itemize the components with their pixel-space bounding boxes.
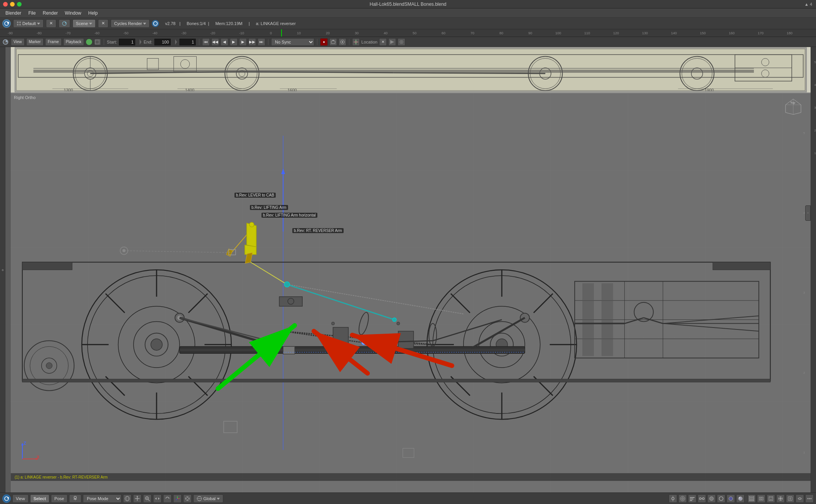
view-properties-btn[interactable] — [786, 494, 794, 503]
svg-point-46 — [87, 40, 91, 44]
svg-rect-266 — [759, 497, 763, 500]
menu-help[interactable]: Help — [85, 10, 101, 17]
tc-sep4 — [317, 39, 317, 45]
timeline-view-icon[interactable] — [2, 39, 9, 45]
svg-line-81 — [394, 73, 545, 74]
nav-pan-btn[interactable] — [133, 494, 142, 503]
bottom-blender-logo[interactable] — [2, 494, 11, 503]
bottom-pose-btn[interactable]: Pose — [51, 494, 67, 503]
start-frame-input[interactable] — [118, 38, 136, 46]
svg-point-9 — [65, 22, 66, 24]
svg-point-260 — [729, 497, 733, 501]
svg-line-237 — [176, 499, 177, 500]
svg-point-53 — [342, 41, 343, 43]
timeline-toggle[interactable] — [747, 494, 756, 503]
timeline-ruler: -90 -80 -70 -60 -50 -40 -30 -20 -10 0 10… — [0, 29, 816, 37]
svg-rect-263 — [749, 496, 754, 497]
next-keyframe-btn[interactable]: ▶▶ — [248, 38, 256, 46]
snap-toggle[interactable] — [669, 494, 677, 503]
record-btn[interactable]: ● — [320, 38, 328, 46]
svg-rect-3 — [17, 22, 19, 23]
bottom-select-btn[interactable]: Select — [30, 494, 49, 503]
object-visibility-btn[interactable] — [796, 494, 804, 503]
viewport-shading-mat[interactable] — [727, 494, 735, 503]
svg-point-218 — [7, 497, 9, 499]
nav-zoom-btn[interactable] — [143, 494, 152, 503]
proportional-edit[interactable] — [678, 494, 687, 503]
cursor-snap-btn[interactable] — [183, 494, 192, 503]
svg-text:130: 130 — [642, 31, 648, 35]
timeline-record-btn[interactable] — [86, 39, 93, 45]
bottom-view-btn[interactable]: View — [12, 494, 29, 503]
svg-marker-7 — [37, 23, 40, 25]
auto-normalize[interactable] — [688, 494, 696, 503]
manipulator-btn[interactable] — [173, 494, 182, 503]
viewport-3d[interactable]: b.Rev: LEVER to CAB b.Rev: LIFTING Arm b… — [11, 93, 811, 492]
timeline-onion-btn[interactable] — [94, 39, 101, 45]
blender-version-icon — [152, 20, 159, 27]
sync-btn[interactable] — [339, 38, 346, 46]
layout-close-btn[interactable]: ✕ — [46, 19, 56, 28]
bottom-toolbar: View Select Pose Pose Mode Object Mode E… — [0, 492, 816, 504]
svg-line-205 — [352, 335, 452, 366]
viewport-shading-solid[interactable] — [707, 494, 716, 503]
more-options-btn[interactable] — [805, 494, 814, 503]
navigation-cube[interactable]: Top — [784, 97, 799, 113]
svg-rect-50 — [331, 41, 335, 44]
channel-expand-btn[interactable] — [388, 38, 396, 46]
jump-start-btn[interactable]: ⏮ — [202, 38, 210, 46]
close-button[interactable] — [3, 2, 8, 7]
viewport-shading-render[interactable] — [736, 494, 745, 503]
minimize-button[interactable] — [10, 2, 15, 7]
z-axis-indicator: Z X — [20, 442, 40, 462]
options-btn[interactable] — [776, 494, 785, 503]
prev-keyframe-btn[interactable]: ◀◀ — [211, 38, 219, 46]
camera-overlay-btn[interactable] — [329, 38, 337, 46]
bones-info: | — [179, 21, 180, 26]
face-select-icon[interactable] — [767, 494, 775, 503]
current-frame-input[interactable] — [179, 38, 196, 46]
channel-close-btn[interactable]: ✕ — [379, 38, 387, 46]
svg-rect-14 — [0, 29, 816, 37]
nav-dolly-btn[interactable] — [153, 494, 162, 503]
render-region[interactable] — [757, 494, 765, 503]
timeline-view-btn[interactable]: View — [11, 38, 25, 46]
svg-marker-227 — [137, 496, 138, 497]
sync-mode-select[interactable]: No Sync Frame Dropping Sync to Audio — [271, 38, 314, 46]
title-right-icons: ▲ 4 — [804, 2, 812, 7]
render-engine-btn[interactable]: Cycles Render — [111, 19, 150, 28]
channel-settings-btn[interactable] — [398, 38, 405, 46]
maximize-button[interactable] — [17, 2, 22, 7]
menu-render[interactable]: Render — [40, 10, 61, 17]
header-bar: Default ✕ Scene ✕ Cycles Render v2.78 | … — [0, 18, 816, 29]
step-back-btn[interactable]: ◀ — [221, 38, 228, 46]
mode-select[interactable]: Pose Mode Object Mode Edit Mode Weight P… — [83, 494, 121, 503]
status-bar: (1) a: LINKAGE reverser - b.Rev: RT-REVE… — [11, 473, 811, 481]
scene-name-btn[interactable]: Scene — [72, 19, 96, 28]
svg-line-193 — [287, 284, 464, 314]
scene-icon-btn[interactable] — [59, 19, 70, 28]
end-frame-input[interactable] — [154, 38, 171, 46]
timeline-marker-btn[interactable]: Marker — [26, 38, 44, 46]
bones-count: Bones:1/4 — [187, 21, 206, 26]
nav-orbit-btn[interactable] — [123, 494, 132, 503]
layout-mode-btn[interactable]: Default — [13, 19, 44, 28]
global-transform-btn[interactable]: Global — [193, 494, 223, 503]
jump-end-btn[interactable]: ⏭ — [258, 38, 265, 46]
main-viewport[interactable]: 1300 1400 1600 1900 — [11, 47, 811, 492]
play-btn[interactable]: ▶ — [230, 38, 238, 46]
nav-roll-btn[interactable] — [163, 494, 172, 503]
viewport-shading-wire[interactable] — [717, 494, 725, 503]
right-ruler-marks: 5 4 3 2 1 — [811, 49, 816, 492]
timeline-frame-btn[interactable]: Frame — [45, 38, 62, 46]
menu-blender[interactable]: Blender — [2, 10, 24, 17]
retarget-btn[interactable] — [698, 494, 706, 503]
menu-file[interactable]: File — [25, 10, 39, 17]
menu-window[interactable]: Window — [62, 10, 84, 17]
viewport-divider-btn[interactable]: › — [805, 205, 811, 221]
status-text: (1) a: LINKAGE reverser - b.Rev: RT-REVE… — [15, 475, 108, 479]
scene-close-btn[interactable]: ✕ — [98, 19, 108, 28]
svg-point-185 — [122, 249, 125, 252]
timeline-playback-btn[interactable]: Playback — [63, 38, 84, 46]
step-forward-btn[interactable]: ▶ — [239, 38, 247, 46]
